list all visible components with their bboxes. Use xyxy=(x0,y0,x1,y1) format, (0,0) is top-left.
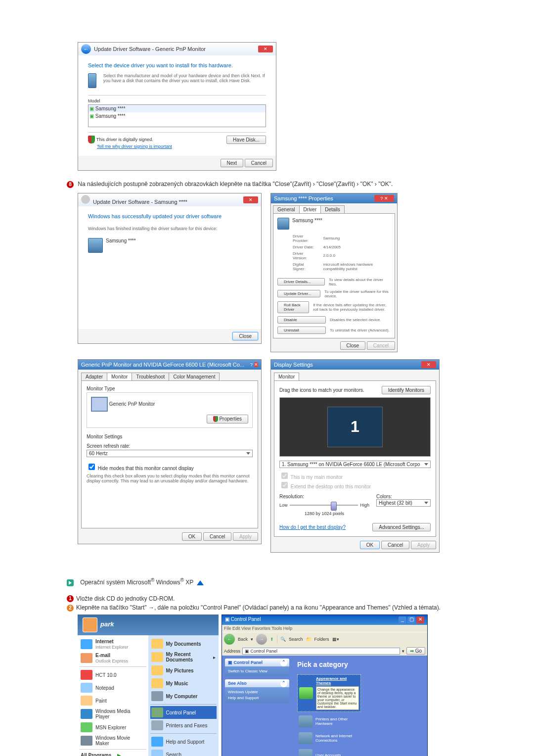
sm-paint[interactable]: Paint xyxy=(80,694,146,707)
chevron-down-icon xyxy=(424,502,428,504)
panel-header[interactable]: See Also⌃ xyxy=(225,679,289,687)
folder-icon xyxy=(151,639,163,649)
tab-color[interactable]: Color Management xyxy=(169,373,220,380)
sm-control-panel[interactable]: Control Panel xyxy=(150,706,217,719)
sm-docs[interactable]: My Documents xyxy=(150,637,217,650)
sm-printers[interactable]: Printers and Faxes xyxy=(150,719,217,732)
go-button[interactable]: ➡ Go xyxy=(406,647,425,655)
refresh-rate-select[interactable]: 60 Hertz xyxy=(87,450,253,457)
main-monitor-label: This is my main monitor xyxy=(291,474,343,480)
next-button[interactable]: Next xyxy=(221,159,244,167)
monitor-settings-label: Monitor Settings xyxy=(87,434,253,439)
tab-monitor[interactable]: Monitor xyxy=(107,373,132,380)
side-help[interactable]: Help and Support xyxy=(228,696,286,700)
side-win-update[interactable]: Windows Update xyxy=(228,690,286,694)
close-icon[interactable]: ✕ xyxy=(416,616,424,623)
signing-link[interactable]: Tell me why driver signing is important xyxy=(97,144,172,149)
resolution-slider[interactable] xyxy=(290,499,358,511)
signed-text: This driver is digitally signed. xyxy=(96,137,153,142)
apply-button[interactable]: Apply xyxy=(411,541,436,549)
search-icon[interactable]: 🔍 xyxy=(280,637,286,642)
tab-general[interactable]: General xyxy=(273,205,300,213)
sm-hct[interactable]: HCT 10.0 xyxy=(80,668,146,681)
tab-monitor[interactable]: Monitor xyxy=(274,373,299,380)
sm-music[interactable]: My Music xyxy=(150,677,217,690)
sm-computer[interactable]: My Computer xyxy=(150,690,217,703)
success-heading: Windows has successfully updated your dr… xyxy=(88,213,251,219)
monitor-name: Generic PnP Monitor xyxy=(109,401,155,406)
sm-internet[interactable]: InternetInternet Explorer xyxy=(80,637,146,651)
sm-msn[interactable]: MSN Explorer xyxy=(80,721,146,734)
ok-button[interactable]: OK xyxy=(182,532,202,541)
sm-email[interactable]: E-mailOutlook Express xyxy=(80,651,146,665)
tab-troubleshoot[interactable]: Troubleshoot xyxy=(132,373,169,380)
close-icon[interactable]: ✕ xyxy=(421,361,436,368)
cancel-button[interactable]: Cancel xyxy=(245,159,273,167)
forward-button[interactable]: → xyxy=(256,634,267,645)
disable-button[interactable]: Disable xyxy=(277,316,326,324)
hide-modes-checkbox[interactable] xyxy=(89,464,95,470)
identify-button[interactable]: Identify Monitors xyxy=(382,386,431,394)
monitor-preview[interactable]: 1 xyxy=(327,407,383,447)
apply-button[interactable]: Apply xyxy=(233,532,258,541)
tab-adapter[interactable]: Adapter xyxy=(81,373,107,380)
close-button[interactable]: Close xyxy=(232,332,258,340)
cancel-button[interactable]: Cancel xyxy=(203,532,231,541)
model-item-1[interactable]: ▣ Samsung **** xyxy=(89,105,266,112)
have-disk-button[interactable]: Have Disk... xyxy=(226,136,266,144)
sm-notepad[interactable]: Notepad xyxy=(80,681,146,694)
sm-wmp[interactable]: Windows Media Player xyxy=(80,707,146,721)
back-button[interactable]: ← xyxy=(224,634,235,645)
ok-button[interactable]: OK xyxy=(360,541,380,549)
display-settings-dialog: Display Settings ✕ Monitor Drag the icon… xyxy=(270,359,440,553)
triangle-icon[interactable] xyxy=(197,580,204,585)
sm-search[interactable]: Search xyxy=(150,748,217,756)
sm-all-programs[interactable]: All Programs ▶ xyxy=(80,751,146,756)
close-icon[interactable]: ✕ xyxy=(254,362,258,367)
model-item-2[interactable]: ▣ Samsung **** xyxy=(89,112,266,120)
dropdown-icon[interactable]: ▾ xyxy=(402,649,404,654)
close-button[interactable]: Close xyxy=(340,341,366,350)
uninstall-button[interactable]: Uninstall xyxy=(277,327,326,334)
maximize-icon[interactable]: ▢ xyxy=(407,616,415,623)
menubar[interactable]: File Edit View Favorites Tools Help xyxy=(222,625,427,632)
rollback-button[interactable]: Roll Back Driver xyxy=(277,301,309,313)
sm-movie[interactable]: Windows Movie Maker xyxy=(80,734,146,748)
sm-recent[interactable]: My Recent Documents ▸ xyxy=(150,650,217,664)
help-icon[interactable]: ? xyxy=(250,362,253,367)
colors-select[interactable]: Highest (32 bit) xyxy=(376,499,431,507)
best-display-link[interactable]: How do I get the best display? xyxy=(279,524,346,530)
advanced-button[interactable]: Advanced Settings... xyxy=(372,523,431,531)
date-value: 4/14/2005 xyxy=(318,244,390,250)
views-icon[interactable]: ▦▾ xyxy=(332,637,339,642)
step-badge-2: 2 xyxy=(67,605,74,612)
sm-pictures[interactable]: My Pictures xyxy=(150,664,217,677)
folders-icon[interactable]: 📁 xyxy=(306,637,312,642)
minimize-icon[interactable]: _ xyxy=(399,616,406,623)
search-icon xyxy=(151,750,163,756)
side-switch-view[interactable]: Switch to Classic View xyxy=(228,669,286,673)
cat-network[interactable]: Network and Internet Connections xyxy=(297,731,360,746)
properties-button[interactable]: Properties xyxy=(207,415,248,424)
cancel-button[interactable]: Cancel xyxy=(381,541,409,549)
back-icon[interactable]: ← xyxy=(81,44,91,54)
update-driver-button[interactable]: Update Driver... xyxy=(277,290,320,297)
driver-details-button[interactable]: Driver Details... xyxy=(277,278,325,285)
panel-header[interactable]: ▣ Control Panel⌃ xyxy=(225,659,289,666)
hardware-icon xyxy=(88,238,103,253)
cancel-button[interactable]: Cancel xyxy=(367,341,395,350)
close-icon[interactable]: ? ✕ xyxy=(374,195,394,202)
sm-help[interactable]: Help and Support xyxy=(150,735,217,748)
tab-driver[interactable]: Driver xyxy=(299,205,321,213)
cat-appearance[interactable]: Appearance and ThemesChange the appearan… xyxy=(297,674,361,712)
display-select[interactable]: 1. Samsung **** on NVIDIA GeForce 6600 L… xyxy=(279,461,431,468)
folder-icon xyxy=(151,652,163,662)
cat-users[interactable]: User Accounts xyxy=(297,748,360,756)
tab-details[interactable]: Details xyxy=(320,205,345,213)
close-icon[interactable]: ✕ xyxy=(258,46,273,52)
cat-printers[interactable]: Printers and Other Hardware xyxy=(297,714,360,729)
tooltip: Change the appearance of desktop items, … xyxy=(316,686,359,710)
close-icon[interactable]: ✕ xyxy=(243,196,258,203)
up-icon[interactable]: ⬆ xyxy=(270,637,274,642)
address-input[interactable]: ▣ Control Panel xyxy=(242,648,400,655)
